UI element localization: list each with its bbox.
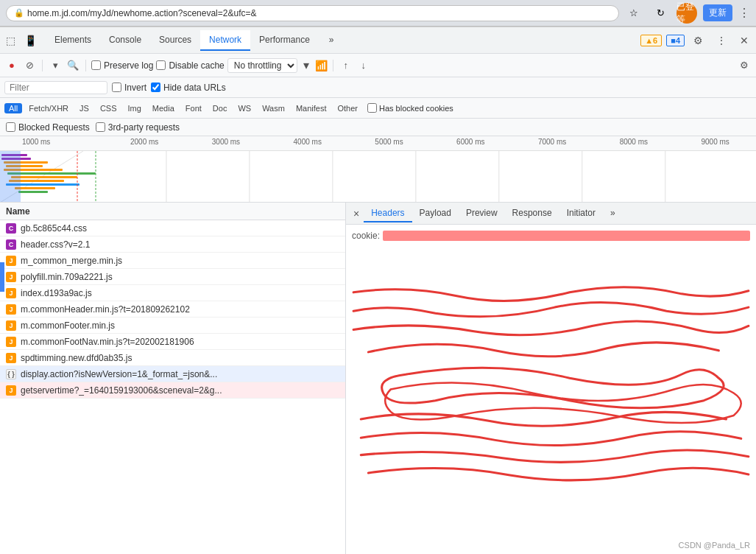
blocked-requests-checkbox[interactable] xyxy=(6,122,15,132)
type-btn-ws[interactable]: WS xyxy=(233,103,255,113)
file-row[interactable]: J m.commonFooter.min.js xyxy=(0,318,345,334)
disable-cache-label[interactable]: Disable cache xyxy=(156,60,224,71)
hide-data-urls-checkbox[interactable] xyxy=(151,83,160,92)
type-btn-manifest[interactable]: Manifest xyxy=(292,103,331,113)
close-headers-button[interactable]: × xyxy=(349,206,364,221)
filter-bar: Invert Hide data URLs xyxy=(0,77,756,98)
file-row[interactable]: J polyfill.min.709a2221.js xyxy=(0,269,345,285)
file-name: gb.5c865c44.css xyxy=(21,223,87,234)
timeline-label-5: 6000 ms xyxy=(430,138,512,149)
js-icon: J xyxy=(6,337,16,347)
timeline-label-6: 7000 ms xyxy=(512,138,593,149)
settings-button[interactable]: ⚙ xyxy=(689,32,707,49)
invert-label[interactable]: Invert xyxy=(112,83,146,93)
more-options-button[interactable]: ⋮ xyxy=(712,32,731,49)
headers-more-tab[interactable]: » xyxy=(603,205,623,222)
response-tab[interactable]: Response xyxy=(505,205,559,222)
timeline-label-8: 9000 ms xyxy=(674,138,756,149)
download-button[interactable]: ↓ xyxy=(356,58,371,73)
file-row-selected[interactable]: { } display.action?isNewVersion=1&_forma… xyxy=(0,366,345,382)
file-name: getservertime?_=1640159193006&sceneval=2… xyxy=(21,385,222,396)
type-btn-other[interactable]: Other xyxy=(333,103,362,113)
has-blocked-cookies-checkbox[interactable] xyxy=(367,103,377,113)
url-bar[interactable]: 🔒 home.m.jd.com/myJd/newhome.action?scen… xyxy=(6,5,619,21)
timeline-label-4: 5000 ms xyxy=(348,138,430,149)
tab-network[interactable]: Network xyxy=(200,30,250,51)
record-button[interactable]: ● xyxy=(4,58,19,73)
cookie-value xyxy=(383,231,750,241)
js-icon: J xyxy=(6,272,16,282)
toolbar-separator-3 xyxy=(333,60,333,71)
file-row[interactable]: J m.commonHeader.min.js?t=201809262102 xyxy=(0,301,345,318)
timeline-selection xyxy=(0,151,21,203)
type-btn-css[interactable]: CSS xyxy=(96,103,121,113)
file-row[interactable]: C header.css?v=2.1 xyxy=(0,236,345,253)
timeline-ruler: 1000 ms 2000 ms 3000 ms 4000 ms 5000 ms … xyxy=(0,136,756,151)
search-button[interactable]: 🔍 xyxy=(66,58,80,73)
tab-performance[interactable]: Performance xyxy=(250,30,319,51)
lock-icon: 🔒 xyxy=(14,8,24,18)
preserve-log-checkbox[interactable] xyxy=(91,60,101,70)
preserve-log-label[interactable]: Preserve log xyxy=(91,60,153,71)
has-blocked-cookies-label[interactable]: Has blocked cookies xyxy=(367,103,453,113)
file-list-pane: Name C gb.5c865c44.css C header.css?v=2.… xyxy=(0,203,346,554)
hide-data-urls-label[interactable]: Hide data URLs xyxy=(151,83,226,93)
tab-sources[interactable]: Sources xyxy=(150,30,200,51)
tab-elements[interactable]: Elements xyxy=(46,30,100,51)
third-party-label[interactable]: 3rd-party requests xyxy=(96,122,180,133)
throttle-select[interactable]: No throttling xyxy=(227,58,297,73)
disable-cache-checkbox[interactable] xyxy=(156,60,166,70)
devtools-tab-bar: ⬚ 📱 Elements Console Sources Network Per… xyxy=(0,27,756,54)
css-icon: C xyxy=(6,239,16,250)
blocked-row: Blocked Requests 3rd-party requests xyxy=(0,119,756,136)
timeline-label-3: 4000 ms xyxy=(266,138,348,149)
upload-button[interactable]: ↑ xyxy=(339,58,353,73)
tab-console[interactable]: Console xyxy=(100,30,150,51)
third-party-checkbox[interactable] xyxy=(96,122,105,132)
update-button[interactable]: 更新 xyxy=(703,4,732,21)
file-row[interactable]: J m_common_merge.min.js xyxy=(0,253,345,269)
type-btn-font[interactable]: Font xyxy=(181,103,206,113)
file-row[interactable]: J index.d193a9ac.js xyxy=(0,285,345,301)
type-btn-fetch[interactable]: Fetch/XHR xyxy=(24,103,73,113)
file-row[interactable]: J spdtimming.new.dfd0ab35.js xyxy=(0,350,345,366)
type-btn-doc[interactable]: Doc xyxy=(208,103,232,113)
headers-tab[interactable]: Headers xyxy=(364,205,411,222)
timeline-chart xyxy=(0,151,756,203)
file-row[interactable]: J getservertime?_=1640159193006&sceneval… xyxy=(0,382,345,399)
payload-tab[interactable]: Payload xyxy=(412,205,459,222)
tab-more[interactable]: » xyxy=(320,30,343,51)
warning-badge: ▲6 xyxy=(640,35,662,46)
file-name: header.css?v=2.1 xyxy=(21,239,90,250)
cursor-icon[interactable]: ⬚ xyxy=(3,32,18,49)
cookie-key: cookie: xyxy=(352,231,380,241)
devtools-panel: ⬚ 📱 Elements Console Sources Network Per… xyxy=(0,27,756,554)
initiator-tab[interactable]: Initiator xyxy=(559,205,603,222)
invert-checkbox[interactable] xyxy=(112,83,121,92)
type-btn-js[interactable]: JS xyxy=(75,103,93,113)
timeline-label-7: 8000 ms xyxy=(593,138,674,149)
json-icon: { } xyxy=(6,369,16,379)
js-icon: J xyxy=(6,385,16,396)
refresh-button[interactable]: ↻ xyxy=(650,3,671,24)
type-btn-wasm[interactable]: Wasm xyxy=(258,103,289,113)
type-btn-img[interactable]: Img xyxy=(124,103,146,113)
filter-button[interactable]: ▾ xyxy=(48,58,63,73)
tab-icons: ⬚ 📱 xyxy=(3,32,46,49)
type-btn-all[interactable]: All xyxy=(4,103,22,113)
file-list: C gb.5c865c44.css C header.css?v=2.1 J m… xyxy=(0,220,345,554)
file-row[interactable]: C gb.5c865c44.css xyxy=(0,220,345,236)
blocked-requests-label[interactable]: Blocked Requests xyxy=(6,122,90,133)
filter-input[interactable] xyxy=(4,81,107,94)
file-row[interactable]: J m.commonFootNav.min.js?t=202002181906 xyxy=(0,334,345,350)
menu-dots[interactable]: ⋮ xyxy=(738,6,750,20)
network-settings-button[interactable]: ⚙ xyxy=(737,58,752,73)
star-button[interactable]: ☆ xyxy=(623,3,644,24)
timeline-label-0: 1000 ms xyxy=(0,138,104,149)
preview-tab[interactable]: Preview xyxy=(459,205,505,222)
type-btn-media[interactable]: Media xyxy=(148,103,179,113)
device-icon[interactable]: 📱 xyxy=(21,32,40,49)
file-name: index.d193a9ac.js xyxy=(21,288,92,298)
stop-button[interactable]: ⊘ xyxy=(22,58,37,73)
close-devtools-button[interactable]: ✕ xyxy=(735,32,753,49)
